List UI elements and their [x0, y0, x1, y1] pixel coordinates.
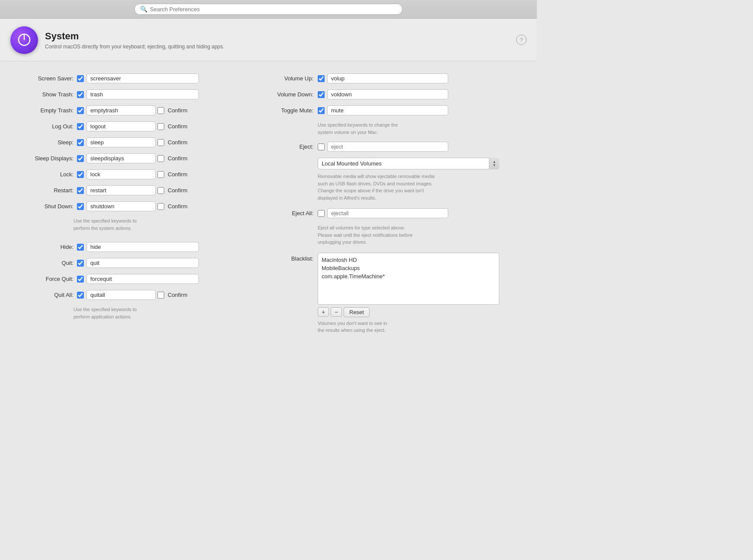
- lock-input[interactable]: [86, 169, 156, 179]
- eject-input[interactable]: [327, 142, 448, 152]
- blacklist-box: Macintosh HD MobileBackups com.apple.Tim…: [318, 253, 499, 305]
- volume-up-label: Volume Up:: [268, 75, 313, 82]
- shut-down-confirm-checkbox[interactable]: [157, 203, 164, 210]
- show-trash-input[interactable]: [86, 89, 199, 99]
- shut-down-input[interactable]: [86, 201, 156, 211]
- shut-down-checkbox[interactable]: [77, 203, 84, 210]
- volume-down-input[interactable]: [327, 89, 448, 99]
- hide-checkbox[interactable]: [77, 244, 84, 251]
- shut-down-row: Shut Down: Confirm: [17, 201, 242, 211]
- sleep-displays-confirm-checkbox[interactable]: [157, 155, 164, 162]
- blacklist-helper: Volumes you don't want to see in the res…: [318, 320, 499, 334]
- restart-confirm-checkbox[interactable]: [157, 187, 164, 194]
- eject-all-label: Eject All:: [268, 210, 313, 216]
- log-out-confirm-checkbox[interactable]: [157, 123, 164, 130]
- blacklist-item-2: com.apple.TimeMachine*: [322, 272, 495, 280]
- sleep-confirm-checkbox[interactable]: [157, 139, 164, 146]
- eject-dropdown-wrapper: Local Mounted Volumes Removable Media ▲ …: [318, 158, 499, 169]
- quit-all-confirm-checkbox[interactable]: [157, 292, 164, 299]
- eject-dropdown-container: Local Mounted Volumes Removable Media ▲ …: [318, 158, 520, 169]
- screen-saver-checkbox[interactable]: [77, 75, 84, 82]
- log-out-input[interactable]: [86, 121, 156, 131]
- eject-checkbox[interactable]: [318, 143, 325, 150]
- shut-down-confirm[interactable]: Confirm: [157, 203, 188, 210]
- eject-all-checkbox[interactable]: [318, 210, 325, 217]
- screen-saver-label: Screen Saver:: [17, 75, 73, 82]
- screen-saver-input[interactable]: [86, 73, 199, 83]
- restart-input[interactable]: [86, 185, 156, 195]
- sleep-confirm[interactable]: Confirm: [157, 139, 188, 146]
- sleep-row: Sleep: Confirm: [17, 137, 242, 147]
- header-text: System Control macOS directly from your …: [45, 31, 224, 50]
- sleep-displays-label: Sleep Displays:: [17, 155, 73, 162]
- search-icon: 🔍: [140, 6, 147, 13]
- hide-row: Hide:: [17, 242, 242, 252]
- screen-saver-row: Screen Saver:: [17, 73, 242, 83]
- volume-up-checkbox[interactable]: [318, 75, 325, 82]
- help-button[interactable]: ?: [516, 35, 526, 45]
- eject-row: Eject:: [268, 142, 520, 152]
- blacklist-item-0: Macintosh HD: [322, 256, 495, 264]
- volume-up-input[interactable]: [327, 73, 448, 83]
- empty-trash-confirm[interactable]: Confirm: [157, 107, 188, 114]
- blacklist-remove-button[interactable]: −: [331, 307, 342, 317]
- shut-down-label: Shut Down:: [17, 203, 73, 210]
- restart-row: Restart: Confirm: [17, 185, 242, 195]
- lock-confirm[interactable]: Confirm: [157, 171, 188, 178]
- empty-trash-input[interactable]: [86, 105, 156, 115]
- sleep-displays-confirm[interactable]: Confirm: [157, 155, 188, 162]
- force-quit-label: Force Quit:: [17, 276, 73, 282]
- lock-label: Lock:: [17, 171, 73, 178]
- volume-down-checkbox[interactable]: [318, 91, 325, 98]
- app-helper: Use the specified keywords toperform app…: [73, 306, 242, 320]
- force-quit-checkbox[interactable]: [77, 276, 84, 283]
- toggle-mute-checkbox[interactable]: [318, 107, 325, 114]
- app-icon: [10, 26, 38, 54]
- toggle-mute-input[interactable]: [327, 105, 448, 115]
- quit-all-confirm[interactable]: Confirm: [157, 292, 188, 299]
- restart-label: Restart:: [17, 187, 73, 194]
- eject-dropdown[interactable]: Local Mounted Volumes Removable Media: [318, 158, 499, 169]
- show-trash-label: Show Trash:: [17, 91, 73, 98]
- page-subtitle: Control macOS directly from your keyboar…: [45, 44, 224, 50]
- toggle-mute-row: Toggle Mute:: [268, 105, 520, 115]
- left-column: Screen Saver: Show Trash: Empty Trash: C…: [17, 73, 242, 334]
- log-out-label: Log Out:: [17, 123, 73, 130]
- eject-all-helper: Eject all volumes for type selected abov…: [318, 224, 499, 246]
- eject-all-input[interactable]: [327, 208, 448, 218]
- lock-checkbox[interactable]: [77, 171, 84, 178]
- sleep-displays-checkbox[interactable]: [77, 155, 84, 162]
- power-icon: [16, 32, 32, 49]
- search-input[interactable]: [150, 6, 397, 13]
- page-title: System: [45, 31, 224, 42]
- main-content: Screen Saver: Show Trash: Empty Trash: C…: [0, 61, 537, 346]
- log-out-confirm[interactable]: Confirm: [157, 123, 188, 130]
- empty-trash-checkbox[interactable]: [77, 107, 84, 114]
- eject-label: Eject:: [268, 143, 313, 150]
- restart-checkbox[interactable]: [77, 187, 84, 194]
- sleep-checkbox[interactable]: [77, 139, 84, 146]
- lock-confirm-checkbox[interactable]: [157, 171, 164, 178]
- show-trash-checkbox[interactable]: [77, 91, 84, 98]
- quit-all-row: Quit All: Confirm: [17, 290, 242, 300]
- sleep-input[interactable]: [86, 137, 156, 147]
- empty-trash-row: Empty Trash: Confirm: [17, 105, 242, 115]
- sleep-displays-input[interactable]: [86, 153, 156, 163]
- quit-all-input[interactable]: [86, 290, 156, 300]
- quit-label: Quit:: [17, 260, 73, 266]
- quit-checkbox[interactable]: [77, 260, 84, 267]
- search-container: 🔍: [134, 3, 402, 15]
- blacklist-add-button[interactable]: +: [318, 307, 329, 317]
- blacklist-item-1: MobileBackups: [322, 264, 495, 272]
- eject-helper: Removable media will show ejectable remo…: [318, 173, 499, 201]
- eject-all-row: Eject All:: [268, 208, 520, 218]
- restart-confirm[interactable]: Confirm: [157, 187, 188, 194]
- empty-trash-confirm-checkbox[interactable]: [157, 107, 164, 114]
- log-out-checkbox[interactable]: [77, 123, 84, 130]
- force-quit-input[interactable]: [86, 274, 199, 284]
- hide-input[interactable]: [86, 242, 199, 252]
- quit-all-checkbox[interactable]: [77, 292, 84, 299]
- quit-input[interactable]: [86, 258, 199, 268]
- blacklist-reset-button[interactable]: Reset: [344, 307, 370, 317]
- sleep-displays-row: Sleep Displays: Confirm: [17, 153, 242, 163]
